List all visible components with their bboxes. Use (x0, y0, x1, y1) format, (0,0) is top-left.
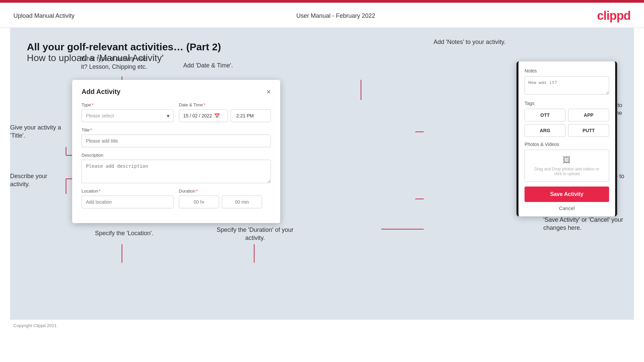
time-input[interactable]: 2:21 PM (231, 109, 271, 122)
date-time-label: Date & Time* (179, 102, 271, 107)
type-label: Type* (82, 102, 174, 107)
header: Upload Manual Activity User Manual - Feb… (0, 3, 644, 28)
annotation-date-time: Add 'Date & Time'. (175, 61, 242, 69)
title-field-group: Title* (82, 127, 271, 147)
page-title-main: All your golf-relevant activities… (Part… (27, 41, 617, 53)
annotation-describe: Describe your activity. (10, 172, 60, 189)
add-activity-modal: Add Activity × Type* Please select Date … (72, 80, 280, 223)
clippd-logo: clippd (597, 9, 631, 23)
annotation-save: 'Save Activity' or 'Cancel' your changes… (543, 216, 631, 232)
modal-header: Add Activity × (82, 88, 271, 96)
duration-inputs (179, 196, 271, 208)
duration-hr-input[interactable] (179, 196, 219, 208)
duration-label: Duration* (179, 189, 271, 194)
upload-manual-activity-title: Upload Manual Activity (13, 12, 75, 19)
calendar-icon: 📅 (214, 113, 220, 118)
tags-grid: OTT APP ARG PUTT (525, 109, 609, 137)
duration-min-input[interactable] (222, 196, 262, 208)
date-time-inputs: 15 / 02 / 2022 📅 2:21 PM (179, 109, 271, 122)
form-row-type-date: Type* Please select Date & Time* 15 / 02… (82, 102, 271, 122)
description-textarea[interactable] (82, 160, 271, 183)
type-field-group: Type* Please select (82, 102, 174, 122)
tag-ott[interactable]: OTT (525, 109, 565, 121)
footer: Copyright Clippd 2021 (0, 320, 644, 331)
annotation-title: Give your activity a 'Title'. (10, 123, 64, 140)
description-label: Description (82, 153, 271, 158)
title-input[interactable] (82, 135, 271, 147)
photos-panel-label: Photos & Videos (525, 142, 609, 147)
location-field-group: Location* (82, 189, 174, 208)
cancel-link[interactable]: Cancel (525, 205, 609, 211)
user-manual-date: User Manual - February 2022 (296, 12, 375, 19)
tag-putt[interactable]: PUTT (568, 124, 609, 137)
upload-hint: Drag and Drop photos and videos or click… (530, 167, 603, 176)
save-activity-button[interactable]: Save Activity (525, 187, 609, 202)
notes-panel-label: Notes (525, 68, 609, 73)
tag-app[interactable]: APP (568, 109, 609, 121)
annotation-location: Specify the 'Location'. (91, 229, 158, 237)
date-time-group: Date & Time* 15 / 02 / 2022 📅 2:21 PM (179, 102, 271, 122)
duration-field-group: Duration* (179, 189, 271, 208)
copyright-text: Copyright Clippd 2021 (13, 323, 57, 328)
main-content: All your golf-relevant activities… (Part… (10, 28, 634, 320)
form-row-location-duration: Location* Duration* (82, 189, 271, 208)
upload-icon: 🖼 (563, 155, 571, 165)
tags-panel-label: Tags (525, 101, 609, 106)
title-label: Title* (82, 127, 271, 133)
description-field-group: Description (82, 153, 271, 183)
top-bar (0, 0, 644, 3)
phone-panel: Notes Tags OTT APP ARG PUTT Photos & Vid… (516, 61, 617, 216)
notes-textarea[interactable] (525, 76, 609, 95)
tag-arg[interactable]: ARG (525, 124, 565, 137)
annotation-duration: Specify the 'Duration' of your activity. (211, 226, 299, 242)
date-input[interactable]: 15 / 02 / 2022 📅 (179, 109, 228, 122)
photos-upload-area[interactable]: 🖼 Drag and Drop photos and videos or cli… (525, 150, 609, 182)
type-select[interactable]: Please select (82, 109, 174, 122)
location-label: Location* (82, 189, 174, 194)
annotation-notes: Add 'Notes' to your activity. (433, 38, 506, 46)
modal-title: Add Activity (82, 88, 120, 96)
annotation-activity-type: What type of activity was it? Lesson, Ch… (77, 55, 151, 71)
modal-close-button[interactable]: × (266, 88, 271, 96)
location-input[interactable] (82, 196, 174, 208)
type-select-wrapper[interactable]: Please select (82, 109, 174, 122)
